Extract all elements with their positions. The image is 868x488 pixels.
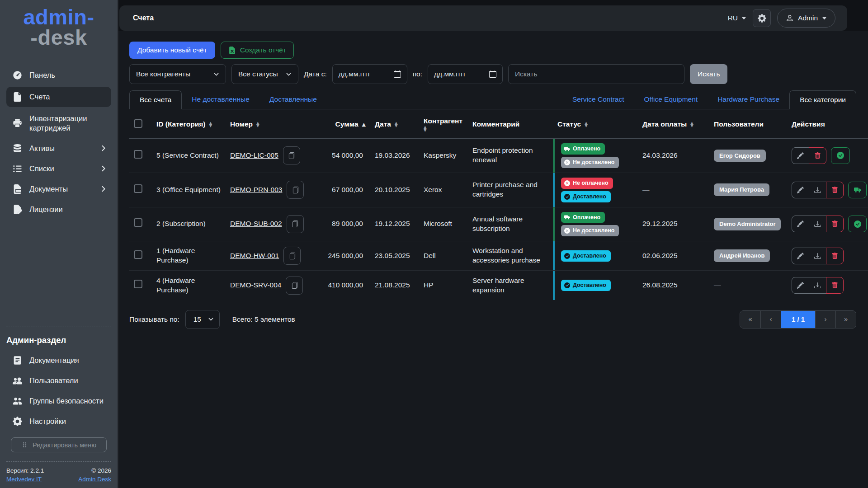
- delete-button[interactable]: [826, 277, 844, 294]
- sidebar-item-dashboard[interactable]: Панель: [0, 66, 118, 85]
- copy-button[interactable]: [287, 181, 304, 199]
- tab-not-delivered[interactable]: Не доставленные: [182, 90, 259, 109]
- row-checkbox[interactable]: [134, 280, 142, 288]
- tab-category-all-categories[interactable]: Все категории: [789, 90, 856, 109]
- delete-button[interactable]: [826, 216, 844, 232]
- status-select[interactable]: Все статусы: [231, 64, 298, 84]
- date-to-input[interactable]: дд.мм.гггг: [428, 64, 503, 84]
- invoice-number-link[interactable]: DEMO-SRV-004: [230, 281, 281, 290]
- download-button[interactable]: [809, 182, 826, 198]
- filters-row: Все контрагенты Все статусы Дата с: дд.м…: [129, 64, 856, 84]
- vendor-link[interactable]: Medvedev IT: [6, 476, 42, 483]
- edit-button[interactable]: [792, 277, 809, 294]
- edit-button[interactable]: [792, 248, 809, 264]
- calendar-icon[interactable]: [394, 70, 401, 78]
- main-area: Счета RU Admin Добавить новый счёт: [118, 0, 868, 488]
- edit-button[interactable]: [792, 216, 809, 232]
- caret-down-icon: [741, 16, 746, 21]
- add-invoice-button[interactable]: Добавить новый счёт: [129, 42, 215, 59]
- pagination-next-button[interactable]: ›: [815, 311, 835, 328]
- copy-button[interactable]: [287, 215, 304, 233]
- sidebar-item-settings[interactable]: Настройки: [0, 412, 118, 431]
- page-size-select[interactable]: 15: [185, 310, 220, 329]
- column-header-counterparty[interactable]: Контрагент▲▼: [419, 110, 468, 139]
- create-report-button[interactable]: Создать отчёт: [221, 42, 294, 59]
- book-icon: [13, 356, 22, 365]
- cell-payment-date: 02.06.2025: [638, 241, 709, 271]
- copy-button[interactable]: [283, 247, 301, 265]
- column-header-comment: Комментарий: [468, 110, 553, 139]
- delete-button[interactable]: [826, 182, 844, 198]
- product-link[interactable]: Admin Desk: [78, 476, 111, 483]
- grip-icon: [21, 441, 28, 448]
- mark-delivered-button[interactable]: [831, 147, 850, 164]
- cell-payment-date: 24.03.2026: [638, 139, 709, 173]
- row-checkbox[interactable]: [134, 150, 142, 159]
- sidebar-item-assets[interactable]: Активы: [0, 139, 118, 158]
- row-checkbox[interactable]: [134, 218, 142, 227]
- tab-category-hardware-purchase[interactable]: Hardware Purchase: [708, 90, 789, 109]
- download-button[interactable]: [809, 277, 826, 294]
- column-header-status[interactable]: Статус▲▼: [553, 110, 638, 139]
- truck-icon: [854, 186, 861, 193]
- sidebar-item-cartridge-inventories[interactable]: Инвентаризации картриджей: [0, 109, 118, 137]
- tab-delivered[interactable]: Доставленные: [259, 90, 327, 109]
- copy-button[interactable]: [283, 146, 300, 164]
- invoice-number-link[interactable]: DEMO-HW-001: [230, 251, 279, 261]
- select-all-checkbox[interactable]: [134, 119, 142, 128]
- pagination-prev-button[interactable]: ‹: [760, 311, 781, 328]
- actions-row: Добавить новый счёт Создать отчёт: [129, 42, 856, 59]
- column-header-payment_date[interactable]: Дата оплаты▲▼: [638, 110, 709, 139]
- delete-button[interactable]: [826, 248, 844, 264]
- column-header-number[interactable]: Номер▲▼: [226, 110, 321, 139]
- column-header-date[interactable]: Дата▲▼: [370, 110, 419, 139]
- edit-button[interactable]: [792, 147, 809, 164]
- content: Добавить новый счёт Создать отчёт Все ко…: [118, 31, 868, 488]
- date-from-input[interactable]: дд.мм.гггг: [332, 64, 407, 84]
- sidebar-item-lists[interactable]: Списки: [0, 159, 118, 178]
- row-checkbox[interactable]: [134, 184, 142, 193]
- status-strip: [553, 139, 555, 173]
- sidebar-item-users[interactable]: Пользователи: [0, 371, 118, 390]
- chevron-down-icon: [208, 316, 214, 322]
- pagination-current-page[interactable]: 1 / 1: [781, 311, 815, 328]
- download-button[interactable]: [809, 216, 826, 232]
- sidebar-item-security-groups[interactable]: Группы безопасности: [0, 391, 118, 411]
- tab-category-office-equipment[interactable]: Office Equipment: [634, 90, 708, 109]
- cell-date: 19.12.2025: [370, 207, 419, 241]
- chevron-right-icon: [100, 145, 107, 151]
- column-header-amount[interactable]: Сумма▲: [321, 110, 370, 139]
- pagination-last-button[interactable]: »: [835, 311, 856, 328]
- cell-date: 21.08.2025: [370, 271, 419, 300]
- tab-all-invoices[interactable]: Все счета: [129, 90, 182, 109]
- tab-category-service-contract[interactable]: Service Contract: [562, 90, 634, 109]
- search-button[interactable]: Искать: [690, 64, 727, 84]
- edit-menu-button[interactable]: Редактировать меню: [11, 437, 107, 452]
- download-button[interactable]: [809, 248, 826, 264]
- sidebar-item-label: Группы безопасности: [29, 396, 108, 406]
- invoice-number-link[interactable]: DEMO-LIC-005: [230, 151, 278, 160]
- user-menu[interactable]: Admin: [777, 9, 835, 28]
- pagination-first-button[interactable]: «: [740, 311, 760, 328]
- counterparty-select[interactable]: Все контрагенты: [129, 64, 226, 84]
- sidebar-item-invoices[interactable]: Счета: [6, 87, 111, 107]
- mark-delivered-button[interactable]: [848, 216, 867, 232]
- x-circle-icon: [564, 160, 570, 165]
- delete-button[interactable]: [809, 147, 826, 164]
- copy-button[interactable]: [286, 277, 303, 295]
- invoice-number-link[interactable]: DEMO-PRN-003: [230, 185, 282, 195]
- sidebar-item-licenses[interactable]: Лицензии: [0, 200, 118, 219]
- invoice-number-link[interactable]: DEMO-SUB-002: [230, 219, 282, 229]
- search-input[interactable]: [508, 64, 684, 84]
- settings-button[interactable]: [753, 9, 771, 27]
- sort-icon: ▲▼: [256, 122, 259, 127]
- deliver-truck-button[interactable]: [848, 182, 867, 198]
- sort-asc-icon: ▲: [362, 122, 366, 127]
- row-checkbox[interactable]: [134, 250, 142, 259]
- calendar-icon[interactable]: [489, 70, 496, 78]
- sidebar-item-documentation[interactable]: Документация: [0, 351, 118, 370]
- edit-button[interactable]: [792, 182, 809, 198]
- column-header-id_category[interactable]: ID (Категория)▲▼: [152, 110, 226, 139]
- sidebar-item-documents[interactable]: Документы: [0, 179, 118, 199]
- language-dropdown[interactable]: RU: [728, 14, 746, 22]
